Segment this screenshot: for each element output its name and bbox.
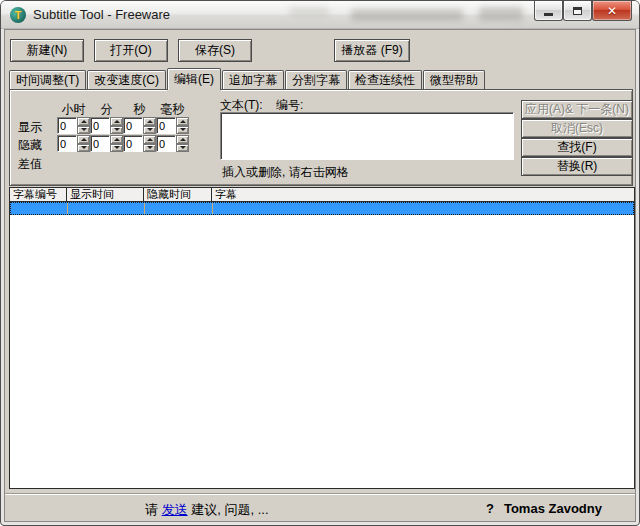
show-hours-input[interactable] — [57, 117, 77, 134]
app-window: T Subtitle Tool - Freeware ✕ 新建(N) 打开(O)… — [0, 0, 640, 526]
column-header-subtitle[interactable]: 字幕 — [212, 188, 634, 201]
hide-millis-spinner — [156, 135, 189, 152]
titlebar[interactable]: T Subtitle Tool - Freeware ✕ — [1, 1, 639, 29]
replace-button[interactable]: 替换(R) — [521, 157, 633, 176]
spin-down-button[interactable] — [77, 144, 90, 153]
spin-down-button[interactable] — [77, 126, 90, 135]
hide-hours-input[interactable] — [57, 135, 77, 152]
status-prefix: 请 — [145, 502, 158, 517]
grid-hint-text: 插入或删除, 请右击网格 — [222, 164, 349, 181]
spin-down-button[interactable] — [143, 144, 156, 153]
spin-down-button[interactable] — [176, 126, 189, 135]
hide-millis-input[interactable] — [156, 135, 176, 152]
hide-row-label: 隐藏 — [18, 137, 42, 154]
maximize-icon — [573, 7, 582, 15]
spin-down-button[interactable] — [176, 144, 189, 153]
spin-down-icon — [180, 146, 186, 149]
redacted-blur — [479, 7, 523, 21]
column-header-hide-time[interactable]: 隐藏时间 — [144, 188, 212, 201]
spin-down-icon — [180, 128, 186, 131]
hide-minutes-input[interactable] — [90, 135, 110, 152]
spin-down-icon — [81, 146, 87, 149]
minimize-icon — [544, 13, 553, 16]
grid-cell[interactable] — [145, 203, 213, 214]
tab-time-adjust[interactable]: 时间调整(T) — [9, 70, 86, 89]
tab-append[interactable]: 追加字幕 — [222, 70, 284, 89]
subtitle-grid: 字幕编号 显示时间 隐藏时间 字幕 — [9, 187, 635, 489]
column-header-show-time[interactable]: 显示时间 — [67, 188, 144, 201]
show-minutes-spinner — [90, 117, 123, 134]
spin-up-button[interactable] — [110, 135, 123, 144]
grid-empty-body[interactable] — [10, 217, 634, 488]
window-title: Subtitle Tool - Freeware — [33, 7, 170, 22]
spin-down-icon — [147, 128, 153, 131]
minimize-button[interactable] — [534, 1, 563, 21]
spin-down-icon — [81, 128, 87, 131]
spin-down-icon — [114, 146, 120, 149]
hide-hours-spinner — [57, 135, 90, 152]
spin-up-icon — [81, 120, 87, 123]
show-minutes-input[interactable] — [90, 117, 110, 134]
spin-up-icon — [180, 120, 186, 123]
author-name: Tomas Zavodny — [504, 501, 602, 516]
hide-seconds-spinner — [123, 135, 156, 152]
tab-mini-help[interactable]: 微型帮助 — [423, 70, 485, 89]
client-area: 新建(N) 打开(O) 保存(S) 播放器 (F9) 时间调整(T) 改变速度(… — [4, 29, 636, 522]
spin-up-icon — [81, 138, 87, 141]
show-millis-spinner — [156, 117, 189, 134]
author-credit: ?Tomas Zavodny — [486, 501, 602, 516]
player-button[interactable]: 播放器 (F9) — [334, 39, 410, 62]
spin-down-icon — [114, 128, 120, 131]
spin-up-icon — [180, 138, 186, 141]
tab-edit[interactable]: 编辑(E) — [167, 68, 221, 90]
spin-up-button[interactable] — [143, 117, 156, 126]
help-question-mark: ? — [486, 501, 494, 516]
grid-header-row: 字幕编号 显示时间 隐藏时间 字幕 — [10, 188, 634, 202]
spin-up-button[interactable] — [143, 135, 156, 144]
send-link[interactable]: 发送 — [162, 502, 188, 517]
grid-cell[interactable] — [68, 203, 145, 214]
spin-up-icon — [114, 120, 120, 123]
new-button[interactable]: 新建(N) — [10, 39, 84, 62]
tab-change-speed[interactable]: 改变速度(C) — [87, 70, 166, 89]
open-button[interactable]: 打开(O) — [94, 39, 168, 62]
hide-seconds-input[interactable] — [123, 135, 143, 152]
hide-minutes-spinner — [90, 135, 123, 152]
diff-row-label: 差值 — [18, 156, 42, 173]
cancel-button[interactable]: 取消(Esc) — [521, 119, 633, 138]
grid-cell[interactable] — [11, 203, 68, 214]
find-button[interactable]: 查找(F) — [521, 138, 633, 157]
subtitle-text-area[interactable] — [220, 112, 514, 160]
column-header-subtitle-number[interactable]: 字幕编号 — [10, 188, 67, 201]
apply-next-button[interactable]: 应用(A)& 下一条(N) — [521, 100, 633, 119]
spin-up-button[interactable] — [110, 117, 123, 126]
spin-up-button[interactable] — [77, 135, 90, 144]
redacted-blur — [289, 7, 329, 16]
tab-split[interactable]: 分割字幕 — [285, 70, 347, 89]
spin-up-button[interactable] — [77, 117, 90, 126]
show-row-label: 显示 — [18, 119, 42, 136]
maximize-button[interactable] — [563, 1, 592, 21]
redacted-blur — [351, 9, 463, 21]
spin-down-button[interactable] — [143, 126, 156, 135]
show-seconds-input[interactable] — [123, 117, 143, 134]
app-icon: T — [10, 7, 26, 23]
close-icon: ✕ — [607, 2, 617, 20]
grid-cell[interactable] — [213, 203, 633, 214]
status-bar: 请 发送 建议, 问题, ... ?Tomas Zavodny — [5, 493, 635, 521]
tab-check-continuity[interactable]: 检查连续性 — [348, 70, 422, 89]
spin-down-button[interactable] — [110, 126, 123, 135]
spin-down-icon — [147, 146, 153, 149]
spin-up-button[interactable] — [176, 135, 189, 144]
spin-up-icon — [147, 138, 153, 141]
grid-selected-row[interactable] — [10, 202, 634, 215]
tab-strip: 时间调整(T) 改变速度(C) 编辑(E) 追加字幕 分割字幕 检查连续性 微型… — [9, 67, 631, 89]
save-button[interactable]: 保存(S) — [178, 39, 252, 62]
edit-tab-page: 小时 分 秒 毫秒 显示 隐藏 差值 — [9, 89, 633, 186]
show-millis-input[interactable] — [156, 117, 176, 134]
close-button[interactable]: ✕ — [592, 1, 632, 21]
status-suffix: 建议, 问题, ... — [191, 502, 268, 517]
spin-up-button[interactable] — [176, 117, 189, 126]
spin-down-button[interactable] — [110, 144, 123, 153]
show-seconds-spinner — [123, 117, 156, 134]
